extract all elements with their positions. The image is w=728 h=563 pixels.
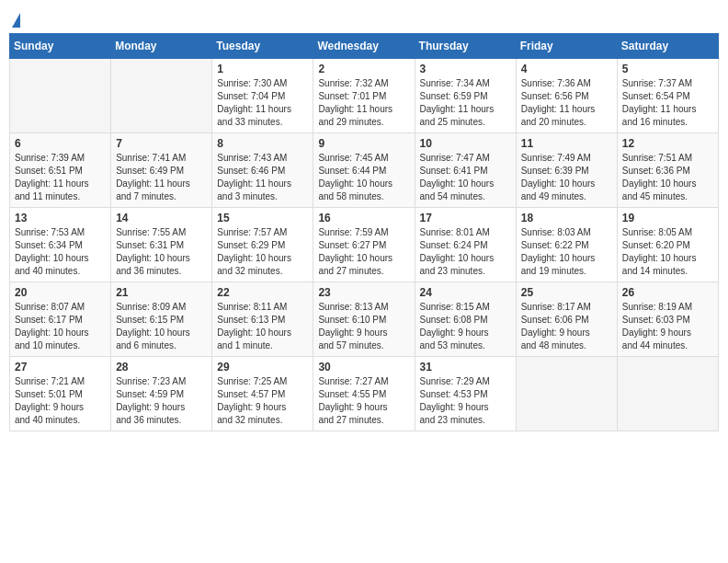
calendar-body: 1Sunrise: 7:30 AM Sunset: 7:04 PM Daylig… — [10, 59, 719, 431]
calendar-cell: 31Sunrise: 7:29 AM Sunset: 4:53 PM Dayli… — [415, 357, 516, 431]
calendar-cell: 10Sunrise: 7:47 AM Sunset: 6:41 PM Dayli… — [415, 133, 516, 208]
calendar-cell: 14Sunrise: 7:55 AM Sunset: 6:31 PM Dayli… — [111, 208, 212, 282]
week-row-1: 1Sunrise: 7:30 AM Sunset: 7:04 PM Daylig… — [10, 59, 719, 133]
week-row-4: 20Sunrise: 8:07 AM Sunset: 6:17 PM Dayli… — [10, 282, 719, 357]
calendar-cell: 11Sunrise: 7:49 AM Sunset: 6:39 PM Dayli… — [516, 133, 617, 208]
calendar-cell: 28Sunrise: 7:23 AM Sunset: 4:59 PM Dayli… — [111, 357, 212, 431]
day-number: 17 — [420, 212, 511, 224]
day-info: Sunrise: 8:01 AM Sunset: 6:24 PM Dayligh… — [420, 226, 511, 278]
calendar-cell: 24Sunrise: 8:15 AM Sunset: 6:08 PM Dayli… — [415, 282, 516, 357]
calendar-cell: 4Sunrise: 7:36 AM Sunset: 6:56 PM Daylig… — [516, 59, 617, 133]
calendar-cell: 3Sunrise: 7:34 AM Sunset: 6:59 PM Daylig… — [415, 59, 516, 133]
calendar-cell: 6Sunrise: 7:39 AM Sunset: 6:51 PM Daylig… — [10, 133, 111, 208]
day-number: 4 — [521, 63, 612, 75]
day-number: 11 — [521, 137, 612, 150]
col-wednesday: Wednesday — [313, 34, 415, 59]
logo-triangle-icon — [12, 13, 20, 28]
col-sunday: Sunday — [10, 34, 111, 59]
day-info: Sunrise: 7:32 AM Sunset: 7:01 PM Dayligh… — [318, 77, 409, 129]
calendar-cell: 7Sunrise: 7:41 AM Sunset: 6:49 PM Daylig… — [111, 133, 212, 208]
day-number: 21 — [116, 286, 207, 299]
col-saturday: Saturday — [617, 34, 718, 59]
calendar-header: Sunday Monday Tuesday Wednesday Thursday… — [10, 34, 719, 59]
day-info: Sunrise: 7:29 AM Sunset: 4:53 PM Dayligh… — [420, 375, 511, 427]
day-info: Sunrise: 8:19 AM Sunset: 6:03 PM Dayligh… — [622, 301, 713, 352]
day-number: 14 — [116, 212, 207, 224]
calendar-cell: 26Sunrise: 8:19 AM Sunset: 6:03 PM Dayli… — [617, 282, 718, 357]
day-info: Sunrise: 8:09 AM Sunset: 6:15 PM Dayligh… — [116, 301, 207, 352]
day-info: Sunrise: 7:47 AM Sunset: 6:41 PM Dayligh… — [420, 152, 511, 203]
day-info: Sunrise: 7:57 AM Sunset: 6:29 PM Dayligh… — [217, 226, 308, 278]
day-number: 6 — [15, 137, 106, 150]
day-info: Sunrise: 8:07 AM Sunset: 6:17 PM Dayligh… — [15, 301, 106, 352]
day-number: 24 — [420, 286, 511, 299]
day-number: 10 — [420, 137, 511, 150]
day-info: Sunrise: 8:03 AM Sunset: 6:22 PM Dayligh… — [521, 226, 612, 278]
calendar-cell — [516, 357, 617, 431]
calendar-cell: 30Sunrise: 7:27 AM Sunset: 4:55 PM Dayli… — [313, 357, 415, 431]
calendar-cell: 1Sunrise: 7:30 AM Sunset: 7:04 PM Daylig… — [212, 59, 313, 133]
page-header — [9, 9, 719, 28]
day-number: 12 — [622, 137, 713, 150]
day-number: 30 — [318, 361, 409, 373]
calendar-cell: 19Sunrise: 8:05 AM Sunset: 6:20 PM Dayli… — [617, 208, 718, 282]
day-number: 1 — [217, 63, 308, 75]
col-thursday: Thursday — [415, 34, 516, 59]
day-info: Sunrise: 7:27 AM Sunset: 4:55 PM Dayligh… — [318, 375, 409, 427]
day-number: 18 — [521, 212, 612, 224]
day-info: Sunrise: 7:59 AM Sunset: 6:27 PM Dayligh… — [318, 226, 409, 278]
calendar-cell: 21Sunrise: 8:09 AM Sunset: 6:15 PM Dayli… — [111, 282, 212, 357]
day-info: Sunrise: 8:15 AM Sunset: 6:08 PM Dayligh… — [420, 301, 511, 352]
day-info: Sunrise: 7:55 AM Sunset: 6:31 PM Dayligh… — [116, 226, 207, 278]
day-info: Sunrise: 8:17 AM Sunset: 6:06 PM Dayligh… — [521, 301, 612, 352]
day-info: Sunrise: 7:43 AM Sunset: 6:46 PM Dayligh… — [217, 152, 308, 203]
calendar-cell: 25Sunrise: 8:17 AM Sunset: 6:06 PM Dayli… — [516, 282, 617, 357]
day-number: 5 — [622, 63, 713, 75]
day-info: Sunrise: 7:45 AM Sunset: 6:44 PM Dayligh… — [318, 152, 409, 203]
calendar-cell: 18Sunrise: 8:03 AM Sunset: 6:22 PM Dayli… — [516, 208, 617, 282]
day-number: 13 — [15, 212, 106, 224]
calendar-cell — [10, 59, 111, 133]
calendar-cell: 2Sunrise: 7:32 AM Sunset: 7:01 PM Daylig… — [313, 59, 415, 133]
day-number: 20 — [15, 286, 106, 299]
day-number: 2 — [318, 63, 409, 75]
day-number: 15 — [217, 212, 308, 224]
day-info: Sunrise: 7:30 AM Sunset: 7:04 PM Dayligh… — [217, 77, 308, 129]
calendar-cell: 9Sunrise: 7:45 AM Sunset: 6:44 PM Daylig… — [313, 133, 415, 208]
calendar-cell: 15Sunrise: 7:57 AM Sunset: 6:29 PM Dayli… — [212, 208, 313, 282]
day-number: 22 — [217, 286, 308, 299]
col-tuesday: Tuesday — [212, 34, 313, 59]
day-number: 3 — [420, 63, 511, 75]
calendar-cell: 13Sunrise: 7:53 AM Sunset: 6:34 PM Dayli… — [10, 208, 111, 282]
day-number: 27 — [15, 361, 106, 373]
day-number: 28 — [116, 361, 207, 373]
day-info: Sunrise: 8:13 AM Sunset: 6:10 PM Dayligh… — [318, 301, 409, 352]
calendar-table: Sunday Monday Tuesday Wednesday Thursday… — [9, 33, 719, 431]
col-monday: Monday — [111, 34, 212, 59]
header-row: Sunday Monday Tuesday Wednesday Thursday… — [10, 34, 719, 59]
day-number: 19 — [622, 212, 713, 224]
logo — [9, 9, 20, 28]
day-number: 31 — [420, 361, 511, 373]
day-info: Sunrise: 7:34 AM Sunset: 6:59 PM Dayligh… — [420, 77, 511, 129]
day-number: 23 — [318, 286, 409, 299]
calendar-cell: 16Sunrise: 7:59 AM Sunset: 6:27 PM Dayli… — [313, 208, 415, 282]
day-info: Sunrise: 7:36 AM Sunset: 6:56 PM Dayligh… — [521, 77, 612, 129]
day-number: 25 — [521, 286, 612, 299]
day-info: Sunrise: 7:53 AM Sunset: 6:34 PM Dayligh… — [15, 226, 106, 278]
day-number: 8 — [217, 137, 308, 150]
day-number: 16 — [318, 212, 409, 224]
calendar-cell: 20Sunrise: 8:07 AM Sunset: 6:17 PM Dayli… — [10, 282, 111, 357]
day-number: 7 — [116, 137, 207, 150]
day-info: Sunrise: 7:37 AM Sunset: 6:54 PM Dayligh… — [622, 77, 713, 129]
week-row-5: 27Sunrise: 7:21 AM Sunset: 5:01 PM Dayli… — [10, 357, 719, 431]
day-number: 26 — [622, 286, 713, 299]
day-info: Sunrise: 7:25 AM Sunset: 4:57 PM Dayligh… — [217, 375, 308, 427]
day-info: Sunrise: 7:21 AM Sunset: 5:01 PM Dayligh… — [15, 375, 106, 427]
day-info: Sunrise: 7:39 AM Sunset: 6:51 PM Dayligh… — [15, 152, 106, 203]
calendar-cell: 22Sunrise: 8:11 AM Sunset: 6:13 PM Dayli… — [212, 282, 313, 357]
calendar-cell: 5Sunrise: 7:37 AM Sunset: 6:54 PM Daylig… — [617, 59, 718, 133]
col-friday: Friday — [516, 34, 617, 59]
day-info: Sunrise: 7:51 AM Sunset: 6:36 PM Dayligh… — [622, 152, 713, 203]
week-row-2: 6Sunrise: 7:39 AM Sunset: 6:51 PM Daylig… — [10, 133, 719, 208]
